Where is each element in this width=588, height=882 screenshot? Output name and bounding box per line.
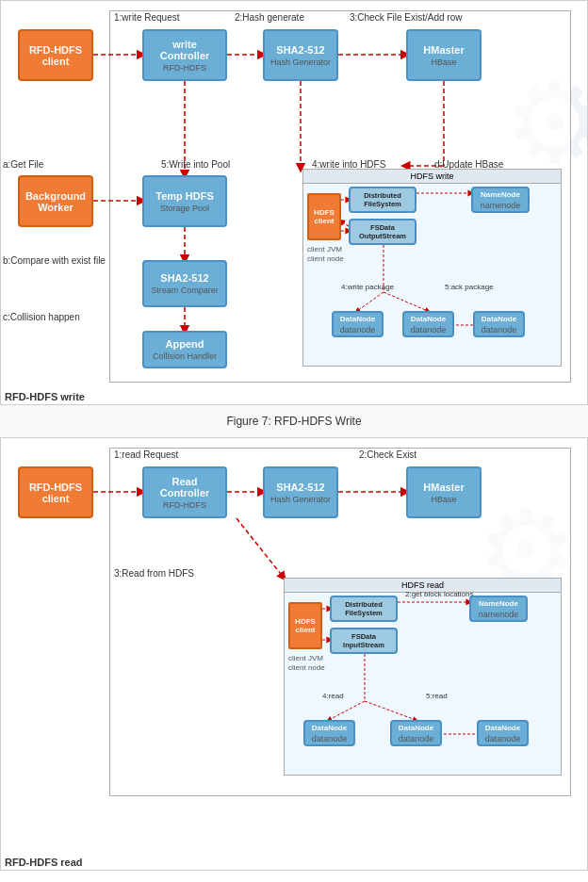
datanode3-mini: DataNode datanode [473, 311, 525, 337]
datanode3-read-mini: DataNode datanode [477, 720, 529, 746]
hmaster-read-label: HMaster [423, 482, 464, 493]
read-diagram: ⚙ 1:read Request 2:Check Exist 3:Read fr… [0, 437, 588, 871]
write-controller-label: write Controller [160, 39, 210, 61]
rfd-client-read-box: RFD-HDFS client [18, 466, 93, 518]
hmaster-label: HMaster [423, 44, 464, 56]
hdfs-write-diagram: HDFS write HDFS client Distributed FileS… [302, 169, 562, 367]
fsdata-read-mini: FSData InputStream [330, 628, 398, 654]
sha2-mid-label: SHA2-512 [160, 272, 208, 284]
rfd-client-label: RFD-HDFS client [29, 44, 82, 67]
svg-line-6 [384, 292, 428, 311]
sha2-mid-sublabel: Stream Comparer [151, 286, 219, 295]
figure-caption: Figure 7: RFD-HDFS Write [0, 405, 588, 437]
read-step-2: 2:Check Exist [359, 449, 416, 460]
read5-label: 5:read [426, 692, 448, 700]
step-5-label: 5:Write into Pool [161, 159, 230, 170]
rfd-client-box: RFD-HDFS client [18, 29, 93, 81]
write-diagram: ⚙ ⚙ 1:write Request 2:Hash generate 3:Ch… [0, 0, 588, 405]
read-controller-box: Read Controller RFD-HDFS [142, 466, 227, 518]
append-label: Append [166, 338, 204, 350]
read4-label: 4:read [322, 692, 344, 700]
client-node-read: client node [288, 663, 325, 672]
append-box: Append Collision Handler [142, 331, 227, 368]
append-sublabel: Collision Handler [153, 351, 217, 361]
hmaster-sublabel: HBase [431, 57, 456, 67]
svg-line-3 [341, 221, 349, 226]
namenode-mini: NameNode namenode [471, 187, 530, 213]
datanode1-mini: DataNode datanode [332, 311, 384, 337]
step-b-label: b:Compare with exist file [3, 255, 106, 266]
svg-line-5 [357, 292, 384, 311]
caption-text: Figure 7: RFD-HDFS Write [226, 415, 361, 428]
temp-hdfs-label: Temp HDFS [155, 190, 214, 202]
hdfs-client-read-mini: HDFS client [288, 602, 322, 649]
datanode2-mini: DataNode datanode [402, 311, 454, 337]
bg-worker-box: Background Worker [18, 175, 93, 227]
write-pkg-label: 4:write package [341, 283, 394, 291]
read-controller-sublabel: RFD-HDFS [163, 500, 206, 510]
rfd-client-read-label: RFD-HDFS client [29, 482, 82, 504]
step-1-label: 1:write Request [114, 12, 179, 23]
read-step-3: 3:Read from HDFS [114, 568, 194, 579]
hdfs-read-diagram: HDFS read HDFS client Distributed FileSy… [284, 578, 562, 776]
write-footer-label: RFD-HDFS write [5, 391, 85, 402]
hmaster-box: HMaster HBase [406, 29, 482, 81]
sha2-read-label: SHA2-512 [276, 482, 324, 493]
ack-pkg-label: 5:ack package [445, 283, 494, 291]
fsdata-mini: FSData OutputStream [349, 219, 416, 245]
step-d-label: d:Update HBase [434, 159, 503, 170]
step-c-label: c:Collision happen [3, 312, 80, 322]
step-a-label: a:Get File [3, 159, 43, 170]
datanode1-read-mini: DataNode datanode [303, 720, 355, 746]
dfs-read-mini: Distributed FileSystem [330, 596, 398, 622]
client-jvm-label: client JVM [307, 245, 342, 253]
client-node-label: client node [307, 254, 344, 263]
sha2-top-label: SHA2-512 [276, 44, 324, 56]
client-jvm-read: client JVM [288, 654, 323, 662]
temp-hdfs-sublabel: Storage Pool [160, 204, 209, 213]
svg-line-22 [329, 701, 365, 720]
hdfs-write-title: HDFS write [303, 170, 561, 184]
sha2-read-box: SHA2-512 Hash Generator [263, 466, 338, 518]
read-step-1: 1:read Request [114, 449, 178, 460]
sha2-top-box: SHA2-512 Hash Generator [263, 29, 338, 81]
sha2-mid-box: SHA2-512 Stream Comparer [142, 260, 227, 307]
hmaster-read-box: HMaster HBase [406, 466, 482, 518]
step-3-label: 3:Check File Exist/Add row [350, 12, 463, 23]
namenode-read-mini: NameNode namenode [469, 596, 528, 622]
hdfs-client-mini: HDFS client [307, 193, 341, 240]
bg-worker-label: Background Worker [25, 190, 86, 213]
dfs-mini: Distributed FileSystem [349, 187, 416, 213]
datanode2-read-mini: DataNode datanode [390, 720, 442, 746]
get-block-label: 2:get block locations [405, 590, 474, 598]
read-footer-label: RFD-HDFS read [5, 857, 83, 868]
svg-line-23 [365, 701, 416, 720]
step-4-label: 4:write into HDFS [312, 159, 385, 170]
hmaster-read-sublabel: HBase [431, 495, 456, 504]
sha2-read-sublabel: Hash Generator [270, 495, 331, 504]
write-controller-sublabel: RFD-HDFS [163, 63, 206, 73]
read-controller-label: Read Controller [160, 476, 210, 498]
step-2-label: 2:Hash generate [235, 12, 304, 23]
sha2-top-sublabel: Hash Generator [270, 57, 331, 67]
temp-hdfs-box: Temp HDFS Storage Pool [142, 175, 227, 227]
write-controller-box: write Controller RFD-HDFS [142, 29, 227, 81]
